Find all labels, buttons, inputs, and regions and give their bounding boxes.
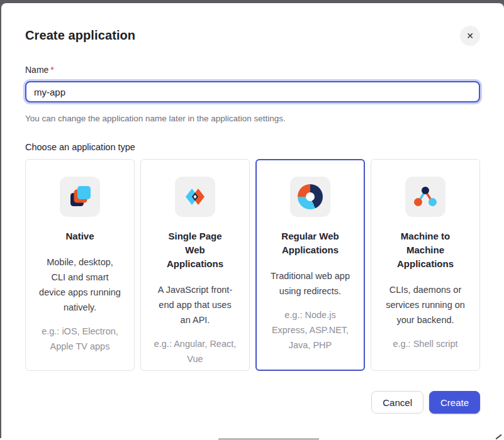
card-title: Native (65, 229, 94, 243)
card-description: Traditional web app using redirects. (269, 268, 351, 299)
card-title: Regular Web Applications (274, 229, 347, 257)
card-title: Single Page Web Applications (159, 229, 232, 271)
card-example: e.g.: Angular, React, Vue (152, 336, 238, 366)
native-icon (60, 177, 100, 217)
close-button[interactable]: ✕ (460, 26, 480, 46)
card-description: CLIs, daemons or services running on you… (384, 282, 466, 327)
application-type-card-regular-web[interactable]: Regular Web Applications Traditional web… (255, 159, 365, 371)
card-example: e.g.: Shell script (393, 336, 457, 351)
dialog-title: Create application (25, 28, 135, 43)
card-description: A JavaScript front-end app that uses an … (154, 282, 236, 327)
application-type-card-spa[interactable]: Single Page Web Applications A JavaScrip… (140, 159, 250, 371)
create-application-dialog: Create application ✕ Name* You can chang… (1, 3, 504, 438)
cancel-button[interactable]: Cancel (371, 391, 423, 414)
screen: Create application ✕ Name* You can chang… (0, 0, 504, 440)
spa-icon (175, 177, 215, 217)
card-title: Machine to Machine Applications (389, 229, 462, 271)
card-example: e.g.: iOS, Electron, Apple TV apps (37, 324, 123, 354)
close-icon: ✕ (466, 31, 474, 40)
application-type-card-native[interactable]: Native Mobile, desktop, CLI and smart de… (25, 159, 135, 371)
application-type-label: Choose an application type (25, 142, 135, 152)
application-type-cards: Native Mobile, desktop, CLI and smart de… (25, 159, 480, 371)
card-example: e.g.: Node.js Express, ASP.NET, Java, PH… (267, 307, 353, 353)
application-type-card-m2m[interactable]: Machine to Machine Applications CLIs, da… (371, 159, 480, 371)
name-helper-text: You can change the application name late… (25, 114, 286, 123)
dialog-footer: Cancel Create (371, 391, 480, 414)
m2m-icon (405, 177, 445, 217)
required-asterisk: * (50, 65, 53, 75)
card-description: Mobile, desktop, CLI and smart device ap… (39, 255, 121, 315)
name-label-text: Name (25, 65, 48, 75)
application-name-input[interactable] (25, 81, 480, 102)
name-label: Name* (25, 65, 54, 75)
regular-web-icon (290, 177, 330, 217)
create-button[interactable]: Create (429, 391, 480, 414)
